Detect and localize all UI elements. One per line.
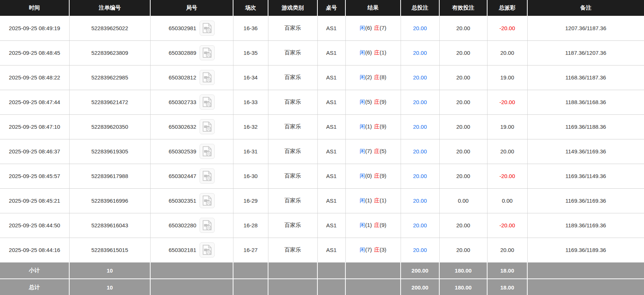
time-cell: 2025-09-25 08:47:44 [0, 90, 69, 114]
player-result-label: 闲 [360, 197, 365, 203]
subtotal-payout: 18.00 [487, 262, 527, 279]
time-cell: 2025-09-25 08:46:37 [0, 139, 69, 164]
game-type-cell: 百家乐 [268, 40, 317, 65]
table-no-cell: AS1 [317, 65, 345, 90]
video-file-icon [202, 97, 212, 107]
result-cell: 闲(7)庄(5) [345, 139, 401, 164]
bet-id-cell: 522839617988 [69, 164, 150, 188]
table-no-cell: AS1 [317, 40, 345, 65]
video-replay-button[interactable] [200, 218, 215, 233]
banker-result-label: 庄 [374, 197, 380, 203]
video-replay-button[interactable] [200, 21, 215, 36]
bet-id-cell: 522839625022 [69, 16, 150, 40]
valid-bet-cell: 20.00 [439, 90, 487, 114]
payout-cell: -20.00 [487, 16, 527, 40]
video-replay-button[interactable] [200, 193, 215, 208]
game-type-cell: 百家乐 [268, 238, 317, 262]
player-result-label: 闲 [360, 74, 365, 80]
remark-cell: 1187.36/1207.36 [527, 40, 644, 65]
player-result-points: (6) [365, 25, 372, 31]
col-header-total-bet: 总投注 [401, 0, 439, 16]
valid-bet-cell: 0.00 [439, 188, 487, 213]
grand-total-payout: 18.00 [487, 279, 527, 295]
subtotal-valid-bet: 180.00 [439, 262, 487, 279]
round-number: 650302181 [169, 247, 196, 253]
result-cell: 闲(6)庄(7) [345, 16, 401, 40]
remark-cell: 1169.36/1188.36 [527, 114, 644, 139]
player-result-points: (0) [365, 173, 372, 179]
result-cell: 闲(7)庄(3) [345, 238, 401, 262]
video-file-icon [202, 220, 212, 231]
video-file-icon [202, 171, 212, 181]
valid-bet-cell: 20.00 [439, 238, 487, 262]
video-file-icon [202, 23, 212, 33]
round-cell: 650302632 [150, 114, 233, 139]
round-number: 650302981 [169, 25, 196, 31]
video-replay-button[interactable] [200, 119, 215, 134]
bet-id-cell: 522839616043 [69, 213, 150, 238]
session-cell: 16-27 [233, 238, 268, 262]
player-result-points: (7) [365, 246, 372, 253]
time-cell: 2025-09-25 08:45:21 [0, 188, 69, 213]
banker-result-points: (8) [380, 74, 386, 80]
grand-total-total-bet: 200.00 [401, 279, 439, 295]
banker-result-label: 庄 [374, 74, 380, 80]
session-cell: 16-31 [233, 139, 268, 164]
session-cell: 16-34 [233, 65, 268, 90]
round-cell: 650302447 [150, 164, 233, 188]
round-cell: 650302889 [150, 40, 233, 65]
payout-cell: 0.00 [487, 188, 527, 213]
payout-cell: 19.00 [487, 65, 527, 90]
subtotal-total-bet: 200.00 [401, 262, 439, 279]
table-no-cell: AS1 [317, 90, 345, 114]
player-result-label: 闲 [360, 123, 365, 129]
valid-bet-cell: 20.00 [439, 213, 487, 238]
game-type-cell: 百家乐 [268, 16, 317, 40]
banker-result-label: 庄 [374, 123, 380, 129]
video-replay-button[interactable] [200, 242, 215, 257]
game-type-cell: 百家乐 [268, 90, 317, 114]
remark-cell: 1207.36/1187.36 [527, 16, 644, 40]
subtotal-count: 10 [69, 262, 150, 279]
subtotal-label: 小计 [0, 262, 69, 279]
banker-result-points: (3) [380, 246, 386, 253]
subtotal-row: 小计 10 200.00 180.00 18.00 [0, 262, 644, 279]
col-header-round: 局号 [150, 0, 233, 16]
remark-cell: 1188.36/1168.36 [527, 90, 644, 114]
table-no-cell: AS1 [317, 188, 345, 213]
bet-records-table: 时间 注单编号 局号 场次 游戏类别 桌号 结果 总投注 有效投注 总派彩 备注… [0, 0, 644, 295]
round-number: 650302632 [169, 124, 196, 130]
payout-cell: 20.00 [487, 40, 527, 65]
remark-cell: 1168.36/1187.36 [527, 65, 644, 90]
round-number: 650302733 [169, 99, 196, 105]
valid-bet-cell: 20.00 [439, 114, 487, 139]
video-replay-button[interactable] [200, 168, 215, 184]
player-result-label: 闲 [360, 25, 365, 31]
video-replay-button[interactable] [200, 95, 215, 110]
table-row: 2025-09-25 08:45:57522839617988650302447… [0, 164, 644, 188]
session-cell: 16-28 [233, 213, 268, 238]
col-header-payout: 总派彩 [487, 0, 527, 16]
total-bet-cell: 20.00 [401, 16, 439, 40]
result-cell: 闲(1)庄(1) [345, 188, 401, 213]
player-result-label: 闲 [360, 49, 365, 56]
bet-id-cell: 522839622985 [69, 65, 150, 90]
video-replay-button[interactable] [200, 144, 215, 159]
bet-id-cell: 522839615015 [69, 238, 150, 262]
video-replay-button[interactable] [200, 45, 215, 60]
bet-id-cell: 522839619305 [69, 139, 150, 164]
valid-bet-cell: 20.00 [439, 139, 487, 164]
banker-result-points: (9) [380, 99, 386, 105]
player-result-points: (2) [365, 74, 372, 80]
total-bet-cell: 20.00 [401, 90, 439, 114]
remark-cell: 1169.36/1149.36 [527, 164, 644, 188]
total-bet-cell: 20.00 [401, 188, 439, 213]
round-number: 650302447 [169, 173, 196, 179]
player-result-label: 闲 [360, 222, 365, 228]
col-header-bet-id: 注单编号 [69, 0, 150, 16]
bet-id-cell: 522839623809 [69, 40, 150, 65]
banker-result-points: (7) [380, 25, 386, 31]
table-row: 2025-09-25 08:48:45522839623809650302889… [0, 40, 644, 65]
video-replay-button[interactable] [200, 70, 215, 85]
table-row: 2025-09-25 08:46:37522839619305650302539… [0, 139, 644, 164]
